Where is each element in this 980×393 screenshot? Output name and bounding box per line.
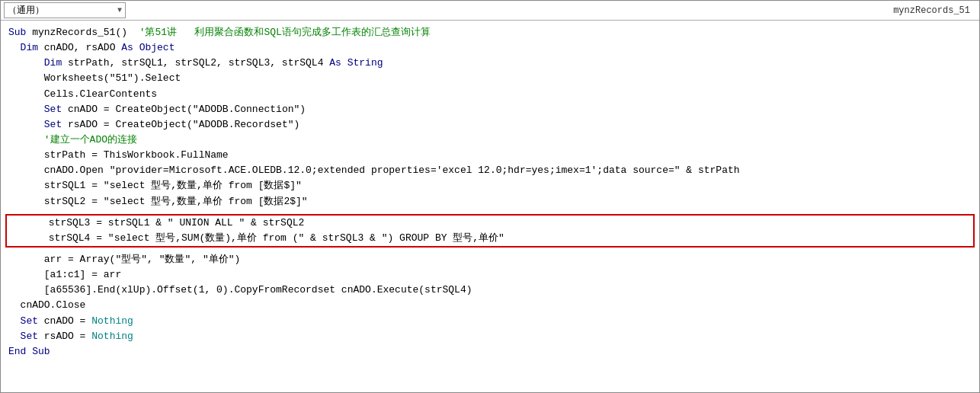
context-label: （通用）	[8, 4, 44, 17]
code-line-3: Dim strPath, strSQL1, strSQL2, strSQL3, …	[8, 57, 383, 69]
vba-editor-window: （通用） ▼ mynzRecords_51 Sub mynzRecords_51…	[0, 0, 980, 393]
code-line-12: strSQL2 = "select 型号,数量,单价 from [数据2$]"	[8, 196, 308, 207]
code-editor[interactable]: Sub mynzRecords_51() '第51讲 利用聚合函数和SQL语句完…	[1, 21, 979, 214]
code-line-1: Sub mynzRecords_51() '第51讲 利用聚合函数和SQL语句完…	[8, 27, 431, 38]
context-dropdown[interactable]: （通用） ▼	[4, 2, 126, 18]
code-line-9: strPath = ThisWorkbook.FullName	[8, 149, 229, 161]
title-bar: （通用） ▼ mynzRecords_51	[1, 1, 979, 21]
code-line-4: Worksheets("51").Select	[8, 72, 181, 84]
dropdown-arrow-icon: ▼	[117, 6, 122, 14]
code-editor-2[interactable]: arr = Array("型号", "数量", "单价") [a1:c1] = …	[1, 248, 979, 364]
code-line-7: Set rsADO = CreateObject("ADODB.Recordse…	[8, 119, 299, 130]
code-line-8: '建立一个ADO的连接	[8, 134, 137, 145]
highlighted-code-block: strSQL3 = strSQL1 & " UNION ALL " & strS…	[5, 214, 975, 248]
code-line-6: Set cnADO = CreateObject("ADODB.Connecti…	[8, 104, 306, 115]
code-line-11: strSQL1 = "select 型号,数量,单价 from [数据$]"	[8, 180, 302, 191]
code-line-5: Cells.ClearContents	[8, 88, 157, 100]
highlighted-line-1: strSQL3 = strSQL1 & " UNION ALL " & strS…	[13, 217, 304, 228]
code-line-10: cnADO.Open "provider=Microsoft.ACE.OLEDB…	[8, 165, 740, 176]
highlighted-line-2: strSQL4 = "select 型号,SUM(数量),单价 from (" …	[13, 232, 504, 244]
procedure-name: mynzRecords_51	[893, 5, 976, 16]
highlighted-lines: strSQL3 = strSQL1 & " UNION ALL " & strS…	[7, 216, 973, 246]
code-line-2: Dim cnADO, rsADO As Object	[8, 42, 175, 53]
